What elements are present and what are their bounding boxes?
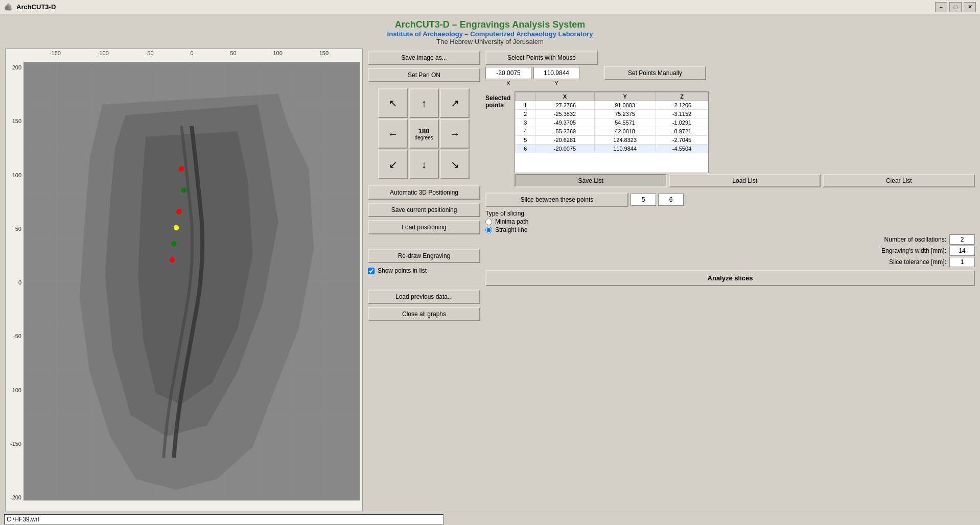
table-row[interactable]: 1-27.276691.0803-2.1206 — [516, 101, 708, 110]
status-path-input[interactable] — [4, 514, 444, 524]
engraving-width-row: Engraving's width [mm]: 14 — [485, 246, 975, 256]
close-button[interactable]: ✕ — [964, 2, 976, 12]
app-title: ArchCUT3-D — [16, 3, 56, 11]
radio-straight-label: Straight line — [495, 226, 527, 233]
slice-tolerance-row: Slice tolerance [mm]: 1 — [485, 257, 975, 267]
svg-point-22 — [181, 187, 186, 193]
save-current-button[interactable]: Save current positioning — [368, 203, 480, 217]
set-pan-button[interactable]: Set Pan ON — [368, 68, 480, 82]
svg-point-24 — [174, 225, 179, 230]
middle-panel: Save image as... Set Pan ON ↖ ↑ ↗ ← 180 … — [368, 49, 480, 511]
x-label-5: 100 — [273, 50, 282, 56]
nav-up-right[interactable]: ↗ — [440, 88, 470, 118]
x-label-1: -100 — [98, 50, 109, 56]
y-label-6: -100 — [10, 387, 21, 393]
coord-y-box: 110.9844 — [533, 67, 579, 79]
app-university: The Hebrew University of Jerusalem — [0, 38, 980, 45]
col-header-num — [516, 92, 535, 101]
status-bar — [0, 513, 980, 525]
load-positioning-button[interactable]: Load positioning — [368, 220, 480, 234]
nav-up[interactable]: ↑ — [409, 88, 439, 118]
table-row[interactable]: 2-25.383275.2375-3.1152 — [516, 110, 708, 118]
table-row[interactable]: 6-20.0075110.9844-4.5504 — [516, 145, 708, 153]
load-prev-button[interactable]: Load previous data... — [368, 290, 480, 304]
radio-minima-row: Minima path — [485, 218, 975, 225]
radio-straight[interactable] — [485, 227, 492, 233]
auto-positioning-button[interactable]: Automatic 3D Positioning — [368, 185, 480, 200]
x-label-0: -150 — [50, 50, 61, 56]
canvas-image[interactable] — [24, 62, 360, 500]
oscillations-label: Number of oscillations: — [884, 236, 946, 243]
svg-point-25 — [171, 241, 176, 246]
load-list-button[interactable]: Load List — [669, 174, 821, 187]
svg-point-23 — [176, 209, 181, 214]
y-label-4: 0 — [18, 279, 21, 285]
oscillations-input[interactable]: 2 — [949, 234, 975, 245]
title-bar-left: 🪨 ArchCUT3-D — [4, 3, 56, 11]
slice-row: Slice between these points 5 6 — [485, 193, 975, 207]
svg-point-21 — [179, 166, 184, 171]
coord-x-box: -20.0075 — [485, 67, 531, 79]
nav-right[interactable]: → — [440, 119, 470, 149]
right-panel: Select Points with Mouse -20.0075 X 110.… — [485, 49, 975, 511]
slice-tolerance-label: Slice tolerance [mm]: — [889, 258, 946, 266]
nav-center: 180 degrees — [409, 119, 439, 149]
redraw-button[interactable]: Re-draw Engraving — [368, 249, 480, 263]
show-points-label: Show points in list — [378, 267, 427, 274]
slice-num2: 6 — [658, 194, 684, 206]
maximize-button[interactable]: □ — [949, 2, 962, 12]
show-points-row: Show points in list — [368, 266, 480, 275]
oscillations-row: Number of oscillations: 2 — [485, 234, 975, 245]
nav-up-left[interactable]: ↖ — [378, 88, 408, 118]
col-header-y: Y — [594, 92, 656, 101]
minimize-button[interactable]: − — [935, 2, 947, 12]
select-points-button[interactable]: Select Points with Mouse — [485, 51, 598, 65]
title-bar: 🪨 ArchCUT3-D − □ ✕ — [0, 0, 980, 14]
x-label-6: 150 — [319, 50, 329, 56]
nav-down-left[interactable]: ↙ — [378, 150, 408, 179]
y-label-1: 150 — [12, 118, 21, 124]
slicing-type-label: Type of slicing — [485, 210, 975, 217]
y-label-5: -50 — [13, 333, 21, 339]
title-bar-controls: − □ ✕ — [935, 2, 976, 12]
x-label-3: 0 — [190, 50, 193, 56]
analyze-slices-button[interactable]: Analyze slices — [485, 270, 975, 286]
table-row[interactable]: 3-49.370554.5571-1.0291 — [516, 118, 708, 127]
col-header-z: Z — [656, 92, 708, 101]
y-label-8: -200 — [10, 494, 21, 500]
x-label-2: -50 — [146, 50, 154, 56]
engraving-svg — [24, 62, 360, 500]
nav-grid: ↖ ↑ ↗ ← 180 degrees → ↙ ↓ ↘ — [378, 88, 470, 179]
engraving-width-label: Engraving's width [mm]: — [881, 247, 946, 254]
slice-between-button[interactable]: Slice between these points — [485, 193, 628, 207]
radio-straight-row: Straight line — [485, 226, 975, 233]
table-row[interactable]: 4-55.236942.0818-0.9721 — [516, 127, 708, 136]
y-label-7: -150 — [10, 441, 21, 447]
nav-down-right[interactable]: ↘ — [440, 150, 470, 179]
engraving-width-input[interactable]: 14 — [949, 246, 975, 256]
nav-degrees-value: 180 — [418, 127, 430, 135]
x-label-4: 50 — [230, 50, 236, 56]
show-points-checkbox[interactable] — [368, 268, 375, 274]
coord-x-label: X — [485, 80, 531, 86]
save-list-button[interactable]: Save List — [515, 174, 667, 187]
y-label-2: 100 — [12, 172, 21, 178]
list-buttons: Save List Load List Clear List — [515, 174, 975, 187]
set-points-manually-button[interactable]: Set Points Manually — [604, 66, 706, 80]
radio-minima[interactable] — [485, 219, 492, 225]
clear-list-button[interactable]: Clear List — [823, 174, 975, 187]
slice-tolerance-input[interactable]: 1 — [949, 257, 975, 267]
table-row[interactable]: 5-20.6281124.8323-2.7045 — [516, 136, 708, 145]
app-icon: 🪨 — [4, 3, 12, 11]
main-content: -150 -100 -50 0 50 100 150 200 150 100 5… — [0, 49, 980, 511]
svg-point-26 — [170, 257, 175, 262]
points-table-container: X Y Z 1-27.276691.0803-2.12062-25.383275… — [515, 91, 709, 173]
nav-left[interactable]: ← — [378, 119, 408, 149]
nav-degrees-label: degrees — [415, 135, 433, 140]
nav-down[interactable]: ↓ — [409, 150, 439, 179]
close-all-button[interactable]: Close all graphs — [368, 307, 480, 321]
app-header: ArchCUT3-D – Engravings Analysis System … — [0, 14, 980, 49]
radio-minima-label: Minima path — [495, 218, 528, 225]
points-table: X Y Z 1-27.276691.0803-2.12062-25.383275… — [515, 92, 708, 153]
save-image-button[interactable]: Save image as... — [368, 51, 480, 65]
